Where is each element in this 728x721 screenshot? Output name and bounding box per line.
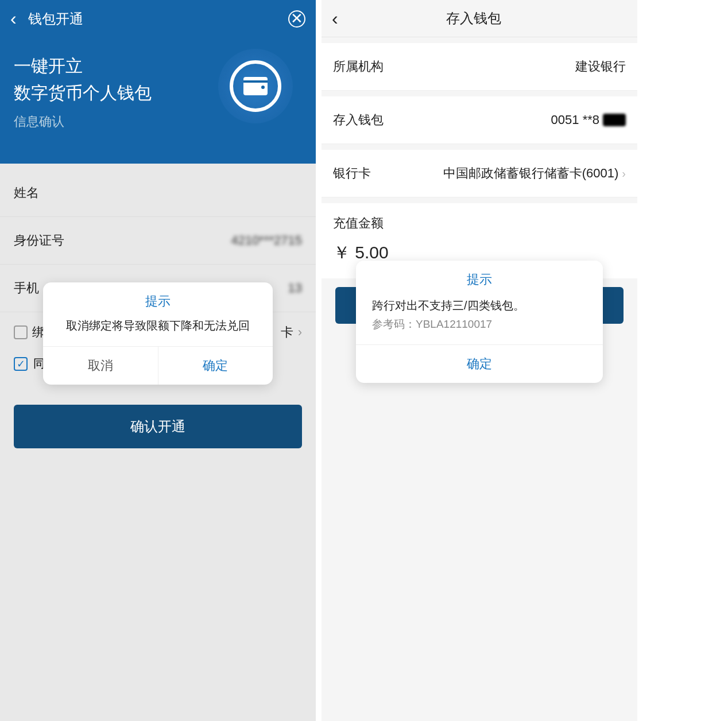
chevron-right-icon: › (622, 167, 626, 180)
amount-label: 充值金额 (322, 203, 637, 235)
id-row[interactable]: 身份证号 4210***2715 (0, 217, 316, 265)
bind-suffix: 卡 (281, 324, 293, 341)
screen-deposit-wallet: ‹ 存入钱包 所属机构 建设银行 存入钱包 0051 **8 银行卡 中国邮政储… (322, 0, 637, 721)
wallet-icon-circle (218, 49, 293, 123)
dialog-title: 提示 (356, 261, 603, 294)
phone-label: 手机 (14, 280, 39, 297)
org-value: 建设银行 (575, 58, 626, 75)
id-value: 4210***2715 (231, 233, 302, 248)
dialog-ref: 参考码：YBLA12110017 (372, 318, 492, 330)
header-title: 钱包开通 (28, 10, 83, 28)
back-icon[interactable]: ‹ (10, 8, 17, 29)
hero-banner: 一键开立 数字货币个人钱包 信息确认 (0, 37, 316, 164)
name-row[interactable]: 姓名 (0, 169, 316, 217)
header: ‹ 钱包开通 ✕ (0, 0, 316, 37)
dialog-title: 提示 (43, 282, 273, 316)
wallet-row[interactable]: 存入钱包 0051 **8 (322, 96, 637, 144)
ok-button[interactable]: 确定 (356, 344, 603, 383)
name-label: 姓名 (14, 184, 39, 201)
confirm-open-button[interactable]: 确认开通 (14, 405, 302, 448)
agree-checkbox[interactable]: ✓ (14, 357, 28, 371)
wallet-value-redacted (603, 114, 626, 126)
header: ‹ 存入钱包 (322, 0, 637, 37)
chevron-right-icon: › (298, 325, 302, 340)
dialog-buttons: 取消 确定 (43, 346, 273, 385)
svg-rect-1 (243, 80, 268, 83)
wallet-icon (242, 75, 269, 98)
org-label: 所属机构 (333, 58, 384, 75)
dialog-cross-bank-error: 提示 跨行对出不支持三/四类钱包。 参考码：YBLA12110017 确定 (356, 261, 603, 383)
wallet-label: 存入钱包 (333, 111, 384, 129)
id-label: 身份证号 (14, 232, 64, 249)
org-row[interactable]: 所属机构 建设银行 (322, 43, 637, 91)
card-row[interactable]: 银行卡 中国邮政储蓄银行储蓄卡(6001) › (322, 150, 637, 197)
phone-value: 13 (288, 281, 302, 296)
dialog-unbind-warning: 提示 取消绑定将导致限额下降和无法兑回 取消 确定 (43, 282, 273, 385)
dialog-message: 取消绑定将导致限额下降和无法兑回 (43, 316, 273, 346)
dialog-message: 跨行对出不支持三/四类钱包。 参考码：YBLA12110017 (356, 294, 603, 344)
bind-checkbox[interactable] (14, 325, 28, 339)
screen-wallet-open: ‹ 钱包开通 ✕ 一键开立 数字货币个人钱包 信息确认 姓名 身份证号 4210… (0, 0, 316, 721)
card-value: 中国邮政储蓄银行储蓄卡(6001) › (443, 165, 626, 182)
svg-point-2 (261, 86, 265, 89)
close-icon[interactable]: ✕ (288, 10, 305, 28)
card-label: 银行卡 (333, 165, 371, 182)
back-icon[interactable]: ‹ (332, 8, 338, 29)
ok-button[interactable]: 确定 (158, 347, 273, 385)
wallet-value: 0051 **8 (551, 113, 626, 127)
header-title: 存入钱包 (338, 9, 610, 28)
cancel-button[interactable]: 取消 (43, 347, 158, 385)
